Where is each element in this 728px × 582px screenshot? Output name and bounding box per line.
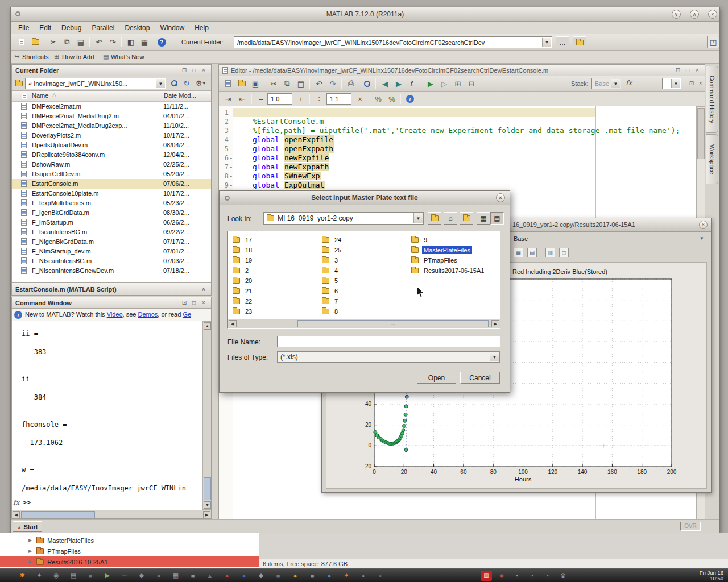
dock-icon[interactable]: ⊡ <box>180 66 188 74</box>
command-prompt[interactable]: >> <box>23 498 31 506</box>
folder-item[interactable]: 18 <box>233 245 254 255</box>
file-list-row[interactable]: F_NIscanIntensBG.m 07/03/2... <box>11 256 212 266</box>
folder-list-box[interactable]: 17 18 19 2 <box>228 231 500 329</box>
menu-item[interactable]: Parallel <box>86 22 119 34</box>
editor-layout-dropdown[interactable]: ▼ <box>662 78 681 89</box>
chevron-down-icon[interactable]: ▼ <box>542 38 551 47</box>
file-list-row[interactable]: F_IscanIntensBG.m 09/22/2... <box>11 227 212 237</box>
font-scale-box-1[interactable]: 1.0 <box>267 93 292 105</box>
go-forward-icon[interactable]: ▶ <box>392 77 405 90</box>
dialog-titlebar[interactable]: Select input Master Plate text file × <box>220 191 510 205</box>
taskbar-app-icon[interactable]: ◆ <box>135 570 148 581</box>
close-button[interactable]: × <box>699 221 708 229</box>
file-list-row[interactable]: DshowRaw.m 02/25/2... <box>11 160 212 169</box>
figure-stack-value[interactable]: Base <box>514 235 528 242</box>
figure-toolbar-icon[interactable]: □ <box>559 248 569 257</box>
console-vscrollbar[interactable]: ▲ ▼ <box>202 321 212 510</box>
taskbar-app-icon[interactable]: ● <box>238 570 250 581</box>
file-list-row[interactable]: DMPexcel2mat.m 11/11/2... <box>11 102 212 111</box>
undo-icon[interactable]: ↶ <box>93 36 105 48</box>
tray-updates-icon[interactable]: ◎ <box>557 571 569 581</box>
scroll-right-icon[interactable]: ▶ <box>491 320 499 327</box>
command-window-header[interactable]: Command Window ⊡ □ × <box>11 297 212 309</box>
up-one-level-icon[interactable] <box>573 36 586 48</box>
file-list-row[interactable]: DoverlayPlots2.m 10/17/2... <box>11 131 212 140</box>
scrollbar-thumb[interactable] <box>697 108 705 159</box>
taskbar-app-icon[interactable]: ■ <box>84 570 97 581</box>
folder-item[interactable]: 6 <box>322 286 343 296</box>
cell-divider-icon[interactable]: ⊟ <box>465 77 478 90</box>
code-line[interactable]: %[file,path] = uiputfile('.mat','Create … <box>233 126 680 135</box>
code-line[interactable]: globalopenExpfile <box>233 135 334 144</box>
folder-item[interactable]: 9 <box>411 235 486 245</box>
menu-item[interactable]: File <box>13 22 34 34</box>
current-folder-header[interactable]: Current Folder ⊡ □ × <box>11 64 212 76</box>
folder-item[interactable]: 20 <box>233 276 254 286</box>
whats-new-link[interactable]: What's New <box>111 53 144 60</box>
open-file-icon[interactable] <box>235 77 248 90</box>
tray-icon[interactable]: ▪ <box>511 571 523 581</box>
file-list[interactable]: DMPexcel2mat.m 11/11/2... DMPexcel2mat_M… <box>11 102 212 282</box>
tray-icon[interactable]: ▪ <box>542 571 553 581</box>
maximize-button[interactable]: ∧ <box>690 10 699 19</box>
folder-item[interactable]: 4 <box>322 265 343 276</box>
name-column-header[interactable]: Name <box>32 92 48 99</box>
chevron-down-icon[interactable]: ▼ <box>671 79 680 88</box>
taskbar-app-icon[interactable]: ● <box>221 570 233 581</box>
find-button[interactable] <box>361 77 373 90</box>
grid-view-button[interactable]: ▦ <box>477 212 490 225</box>
function-browse-icon[interactable]: f. <box>406 77 419 90</box>
menu-item[interactable]: Desktop <box>119 22 155 34</box>
run-timer-icon[interactable]: % <box>372 93 384 105</box>
column-divider[interactable] <box>162 91 162 102</box>
dialog-close-button[interactable]: × <box>496 193 505 202</box>
how-to-add-link[interactable]: How to Add <box>62 53 94 60</box>
cancel-button[interactable]: Cancel <box>460 372 500 384</box>
help-icon[interactable]: ? <box>155 36 168 48</box>
taskbar-app-icon[interactable]: ● <box>152 570 165 581</box>
file-list-row[interactable]: F_NIscanIntensBGnewDev.m 07/18/2... <box>11 266 212 276</box>
increase-indent-icon[interactable]: ⇥ <box>222 93 234 105</box>
menu-item[interactable]: Window <box>155 22 189 34</box>
tray-icon[interactable]: ▪ <box>527 571 538 581</box>
open-file-icon[interactable] <box>29 36 42 48</box>
scroll-left-icon[interactable]: ◀ <box>13 511 20 518</box>
copy-icon[interactable]: ⧉ <box>281 77 293 90</box>
scroll-down-icon[interactable]: ▼ <box>204 501 211 509</box>
expander-icon[interactable]: ▶ <box>28 559 32 564</box>
cut-icon[interactable]: ✂ <box>47 36 60 48</box>
paste-icon[interactable]: ▤ <box>75 36 87 48</box>
folder-item[interactable]: 2 <box>233 265 254 276</box>
minimize-button[interactable]: ∨ <box>672 10 681 19</box>
taskbar-app-icon[interactable]: ◆ <box>255 570 267 581</box>
date-column-header[interactable]: Date Mod... <box>164 92 196 99</box>
taskbar-app-icon[interactable]: ▦ <box>169 570 182 581</box>
close-panel-icon[interactable]: × <box>200 66 208 74</box>
code-line[interactable]: %EstartConsole.m <box>233 117 324 126</box>
undock-icon[interactable]: ◳ <box>707 36 719 48</box>
folder-item[interactable]: 5 <box>322 276 343 286</box>
browse-folder-button[interactable]: ... <box>556 36 569 48</box>
new-file-icon[interactable] <box>222 77 234 90</box>
font-scale-box-2[interactable]: 1.1 <box>326 93 351 105</box>
new-script-icon[interactable] <box>15 36 28 48</box>
maximize-panel-icon[interactable]: □ <box>190 299 198 307</box>
scrollbar-thumb[interactable]: ∙∙∙∙ <box>297 320 489 327</box>
multiply-scale-icon[interactable]: × <box>354 93 366 105</box>
file-list-row[interactable]: F_IexpMultiTseries.m 05/23/2... <box>11 198 212 208</box>
folder-item[interactable]: PTmapFiles <box>411 255 486 265</box>
tree-item[interactable]: ▶ Results2016-10-25A1 <box>0 556 259 567</box>
chevron-down-icon[interactable]: ▼ <box>611 79 620 88</box>
window-menu-icon[interactable] <box>15 11 20 16</box>
code-line[interactable]: globalSWnewExp <box>233 172 321 181</box>
workspace-tab[interactable]: Workspace <box>706 134 718 184</box>
taskbar-app-icon[interactable]: ● <box>289 570 301 581</box>
divide-scale-icon[interactable]: ÷ <box>313 93 325 105</box>
getting-started-link[interactable]: Ge <box>183 311 191 318</box>
taskbar-app-icon[interactable]: ◉ <box>50 570 63 581</box>
cut-icon[interactable]: ✂ <box>267 77 280 90</box>
undo-icon[interactable]: ↶ <box>313 77 325 90</box>
folder-item[interactable]: 7 <box>322 296 343 306</box>
file-list-row[interactable]: F_IgenBkGrdData.m 08/30/2... <box>11 208 212 218</box>
scrollbar-thumb[interactable] <box>21 511 95 518</box>
